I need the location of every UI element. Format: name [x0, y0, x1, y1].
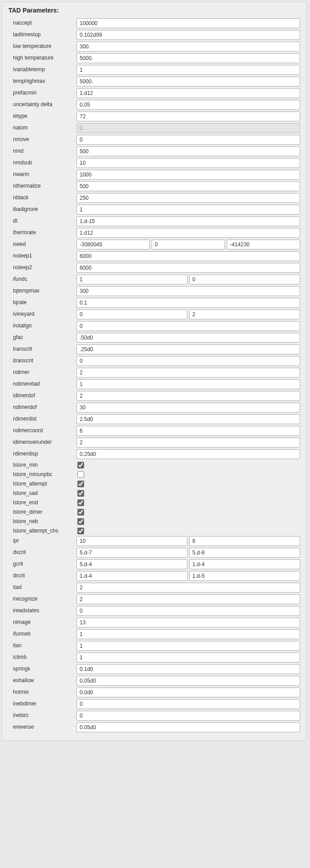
checkbox-lstore_dimer[interactable]	[77, 509, 84, 516]
input-ereverse[interactable]	[76, 722, 300, 732]
input-ivariabletemp[interactable]	[76, 65, 300, 75]
label-eshallow: eshallow	[8, 678, 76, 683]
checkbox-lstore_end[interactable]	[77, 499, 84, 506]
input-ifundc-0[interactable]	[76, 275, 187, 284]
inputs-lstore_sad	[76, 490, 300, 497]
input-nmd[interactable]	[76, 146, 300, 156]
input-nmdsub[interactable]	[76, 158, 300, 168]
input-ndimer[interactable]	[76, 368, 300, 378]
input-temphighmax[interactable]	[76, 77, 300, 86]
inputs-ipr	[76, 536, 300, 546]
param-row-lstore_attempt_chs: lstore_attempt_chs	[8, 527, 300, 535]
input-nsteep1[interactable]	[76, 251, 300, 261]
input-inebirc[interactable]	[76, 711, 300, 721]
input-eshallow[interactable]	[76, 676, 300, 686]
input-iseed-0[interactable]	[76, 240, 150, 249]
input-irecognize[interactable]	[76, 594, 300, 604]
input-prefacmin[interactable]	[76, 88, 300, 98]
input-ifunneb[interactable]	[76, 629, 300, 639]
input-ndimerdof[interactable]	[76, 403, 300, 413]
input-tqrate[interactable]	[76, 298, 300, 308]
inputs-drcrit	[76, 571, 300, 581]
param-row-ndimeretad: ndimeretad	[8, 379, 300, 389]
input-dvcrit-1[interactable]	[189, 548, 300, 558]
inputs-itranscrit	[76, 356, 300, 366]
input-idimeroverunder[interactable]	[76, 438, 300, 447]
input-ipr-1[interactable]	[189, 536, 300, 546]
input-transcrit[interactable]	[76, 344, 300, 354]
label-uncertainty-delta: uncertainty delta	[8, 102, 76, 107]
input-nthermalize[interactable]	[76, 181, 300, 191]
label-nthermalize: nthermalize	[8, 183, 76, 189]
param-row-idimeroverunder: idimeroverunder	[8, 438, 300, 447]
input-iseed-2[interactable]	[227, 240, 300, 249]
param-row-nimage: nimage	[8, 618, 300, 627]
label-ndimercoord: ndimercoord	[8, 428, 76, 434]
input-ifundc-1[interactable]	[189, 275, 300, 284]
param-row-ifundc: ifundc	[8, 275, 300, 284]
input-gfac[interactable]	[76, 333, 300, 343]
inputs-ivariabletemp	[76, 65, 300, 75]
inputs-ivineyard	[76, 309, 300, 319]
input-rdimerdisp[interactable]	[76, 449, 300, 459]
input-ivineyard-1[interactable]	[189, 309, 300, 319]
input-ivineyard-0[interactable]	[76, 309, 187, 319]
input-springk[interactable]	[76, 664, 300, 674]
param-row-tqtempmax: tqtempmax	[8, 286, 300, 296]
inputs-itad	[76, 583, 300, 593]
label-nsteep1: nsteep1	[8, 253, 76, 259]
input-naccept[interactable]	[76, 18, 300, 28]
input-ietype[interactable]	[76, 112, 300, 121]
label-prefacmin: prefacmin	[8, 90, 76, 96]
input-dvcrit-0[interactable]	[76, 548, 187, 558]
input-gcrit-0[interactable]	[76, 559, 187, 569]
input-ndimercoord[interactable]	[76, 426, 300, 436]
input-idimerdof[interactable]	[76, 391, 300, 401]
checkbox-lstore_minunpbc[interactable]	[77, 471, 84, 478]
input-nmove[interactable]	[76, 135, 300, 145]
input-ipr-0[interactable]	[76, 536, 187, 546]
input-nwarm[interactable]	[76, 170, 300, 180]
input-drcrit-1[interactable]	[189, 571, 300, 581]
input-tadtimestop[interactable]	[76, 30, 300, 40]
inputs-irotalign	[76, 321, 300, 331]
input-low-temperature[interactable]	[76, 42, 300, 52]
param-row-naccept: naccept	[8, 18, 300, 28]
input-iclimb[interactable]	[76, 653, 300, 662]
input-thermrate[interactable]	[76, 228, 300, 238]
param-row-ndimerdof: ndimerdof	[8, 403, 300, 413]
input-gcrit-1[interactable]	[189, 559, 300, 569]
input-ireadstates[interactable]	[76, 606, 300, 616]
param-row-hotmix: hotmix	[8, 688, 300, 697]
input-nimage[interactable]	[76, 618, 300, 627]
input-itad[interactable]	[76, 583, 300, 593]
checkbox-lstore_sad[interactable]	[77, 490, 84, 497]
label-idimeroverunder: idimeroverunder	[8, 439, 76, 445]
inputs-ndimer	[76, 368, 300, 378]
input-tqtempmax[interactable]	[76, 286, 300, 296]
param-row-ipr: ipr	[8, 536, 300, 546]
input-drcrit-0[interactable]	[76, 571, 187, 581]
param-row-lstore_dimer: lstore_dimer	[8, 508, 300, 516]
param-row-lstore_neb: lstore_neb	[8, 517, 300, 526]
input-ibadignore[interactable]	[76, 205, 300, 215]
input-ndimeretad[interactable]	[76, 379, 300, 389]
input-irotalign[interactable]	[76, 321, 300, 331]
param-row-itan: itan	[8, 641, 300, 651]
input-nsteep2[interactable]	[76, 263, 300, 273]
checkbox-lstore_attempt[interactable]	[77, 481, 84, 487]
input-uncertainty-delta[interactable]	[76, 100, 300, 110]
checkbox-lstore_neb[interactable]	[77, 518, 84, 525]
input-itan[interactable]	[76, 641, 300, 651]
input-nblack[interactable]	[76, 193, 300, 203]
input-inebdimer[interactable]	[76, 699, 300, 709]
input-itranscrit[interactable]	[76, 356, 300, 366]
input-high-temperature[interactable]	[76, 53, 300, 63]
checkbox-lstore_attempt_chs[interactable]	[77, 528, 84, 534]
input-rdimerdist[interactable]	[76, 414, 300, 424]
input-hotmix[interactable]	[76, 688, 300, 697]
input-iseed-1[interactable]	[152, 240, 225, 249]
inputs-nblack	[76, 193, 300, 203]
input-dt[interactable]	[76, 216, 300, 226]
checkbox-lstore_min[interactable]	[77, 462, 84, 468]
